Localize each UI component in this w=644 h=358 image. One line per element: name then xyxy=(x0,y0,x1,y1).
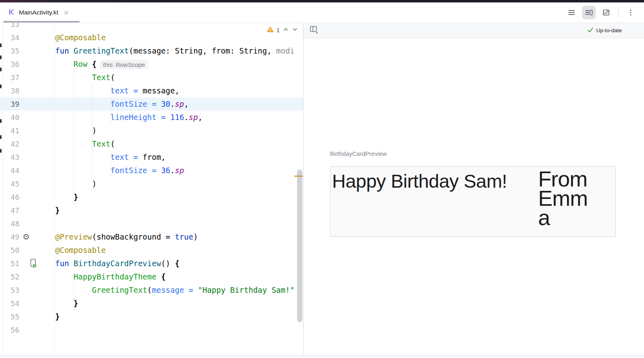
code-line[interactable]: 55} xyxy=(0,310,303,323)
code-token xyxy=(157,272,161,281)
kotlin-file-icon xyxy=(8,8,15,17)
code-text: Row {this: RowScope xyxy=(54,58,303,71)
code-token: ( xyxy=(110,73,115,82)
code-line[interactable]: 46 } xyxy=(0,190,303,204)
code-text: text = message, xyxy=(54,84,303,97)
code-line[interactable]: 47} xyxy=(0,204,303,217)
code-line[interactable]: 43 text = from, xyxy=(0,151,303,164)
line-number: 42 xyxy=(0,137,19,151)
code-token: @Composable xyxy=(55,246,106,255)
gutter-icon-area xyxy=(19,151,54,164)
line-number: 55 xyxy=(0,310,19,323)
code-token: Text xyxy=(92,73,111,82)
line-number: 34 xyxy=(0,31,19,44)
code-text: lineHeight = 116.sp, xyxy=(54,111,303,124)
layout-options-icon[interactable] xyxy=(309,25,319,36)
code-text: fun BirthdayCardPreview() { xyxy=(54,257,303,270)
gutter-icon-area xyxy=(19,84,54,97)
gutter-icon-area: ⚙ xyxy=(19,230,54,244)
code-line[interactable]: 53 GreetingText(message = "Happy Birthda… xyxy=(0,284,303,297)
code-token: . xyxy=(184,113,188,122)
code-token: fontSize = xyxy=(110,166,161,175)
tab-mainactivity[interactable]: MainActivity.kt xyxy=(0,2,74,23)
code-token: "Happy Birthday Sam!" xyxy=(198,286,295,294)
gutter-icon-area xyxy=(19,111,54,124)
toolbar-divider xyxy=(618,8,619,17)
close-tab-icon[interactable] xyxy=(64,10,68,15)
code-text xyxy=(54,323,303,337)
code-line[interactable]: 50@Composable xyxy=(0,244,303,257)
prev-warning-icon[interactable] xyxy=(283,26,289,34)
preview-status-text: Up-to-date xyxy=(596,27,622,33)
code-line[interactable]: 41 ) xyxy=(0,124,303,137)
code-token: } xyxy=(55,312,60,321)
code-line[interactable]: 51fun BirthdayCardPreview() { xyxy=(0,257,303,270)
line-number: 40 xyxy=(0,111,19,124)
code-token: , xyxy=(184,99,188,108)
compose-preview-panel: Up-to-date BirthdayCardPreview Happy Bir… xyxy=(303,23,644,355)
code-token: ( xyxy=(147,286,152,294)
code-line[interactable]: 33 xyxy=(0,23,303,31)
gutter-icon-area xyxy=(19,270,54,284)
code-token: (showBackground = xyxy=(92,232,175,241)
code-line[interactable]: 45 ) xyxy=(0,177,303,190)
indent-guide xyxy=(92,84,93,177)
code-text: fun GreetingText(message: String, from: … xyxy=(54,44,303,58)
code-token: { xyxy=(175,259,179,268)
line-number: 56 xyxy=(0,323,19,337)
code-token: GreetingText xyxy=(92,286,147,294)
design-view-button[interactable] xyxy=(599,6,613,19)
preview-render-card[interactable]: Happy Birthday Sam! From Emm a xyxy=(330,166,616,237)
code-token: , xyxy=(198,113,202,122)
code-editor[interactable]: 3334@Composable35fun GreetingText(messag… xyxy=(0,23,303,355)
code-line[interactable]: 48 xyxy=(0,217,303,230)
code-line[interactable]: 34@Composable xyxy=(0,31,303,44)
code-text: ) xyxy=(54,124,303,137)
code-token: ) xyxy=(55,179,97,188)
code-line[interactable]: 54 } xyxy=(0,297,303,310)
gutter-icon-area xyxy=(19,244,54,257)
line-number: 37 xyxy=(0,71,19,84)
code-token: 36 xyxy=(161,166,170,175)
code-line[interactable]: 39 fontSize = 30.sp, xyxy=(0,97,303,111)
code-line[interactable]: 40 lineHeight = 116.sp, xyxy=(0,111,303,124)
code-line[interactable]: 44 fontSize = 36.sp xyxy=(0,164,303,177)
code-token: { xyxy=(161,272,165,281)
code-line[interactable]: 49⚙@Preview(showBackground = true) xyxy=(0,230,303,244)
code-token xyxy=(55,272,74,281)
code-line[interactable]: 42 Text( xyxy=(0,137,303,151)
gutter-icon-area xyxy=(19,31,54,44)
code-token xyxy=(55,299,74,308)
line-number: 43 xyxy=(0,151,19,164)
code-text: ) xyxy=(54,177,303,190)
preview-content: BirthdayCardPreview Happy Birthday Sam! … xyxy=(303,38,644,355)
code-line[interactable]: 52 HappyBirthdayTheme { xyxy=(0,270,303,284)
code-line[interactable]: 56 xyxy=(0,323,303,337)
code-line[interactable]: 37 Text( xyxy=(0,71,303,84)
indent-guide xyxy=(74,284,74,310)
editor-scrollbar[interactable] xyxy=(297,170,302,322)
code-token: } xyxy=(74,192,78,201)
code-text: } xyxy=(54,190,303,204)
code-line[interactable]: 36 Row {this: RowScope xyxy=(0,58,303,71)
editor-view-toggles xyxy=(565,6,644,19)
line-number: 50 xyxy=(0,244,19,257)
gutter-icon-area xyxy=(19,323,54,337)
code-line[interactable]: 35fun GreetingText(message: String, from… xyxy=(0,44,303,58)
preview-name-label[interactable]: BirthdayCardPreview xyxy=(330,150,387,157)
next-warning-icon[interactable] xyxy=(292,26,298,34)
code-text: fontSize = 36.sp xyxy=(54,164,303,177)
gutter-icon-area xyxy=(19,71,54,84)
gutter-separator xyxy=(54,23,55,355)
preview-settings-gear-icon[interactable]: ⚙ xyxy=(23,230,30,244)
code-token: sp xyxy=(175,99,184,108)
split-view-button[interactable] xyxy=(582,6,596,19)
code-line[interactable]: 38 text = message, xyxy=(0,84,303,97)
warning-triangle-icon[interactable] xyxy=(267,26,274,34)
kebab-menu-icon[interactable] xyxy=(624,6,638,19)
code-view-button[interactable] xyxy=(565,6,578,19)
greeting-message-text: Happy Birthday Sam! xyxy=(332,170,507,192)
code-text: Text( xyxy=(54,137,303,151)
indent-guide xyxy=(111,84,111,124)
code-token xyxy=(55,192,74,201)
